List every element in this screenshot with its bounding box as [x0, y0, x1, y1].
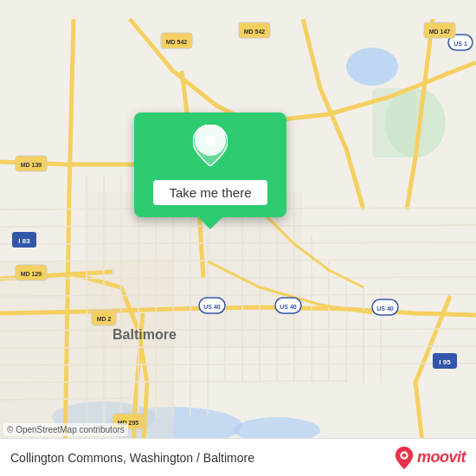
svg-text:I 95: I 95: [439, 358, 451, 366]
svg-text:I 83: I 83: [18, 237, 30, 245]
moovit-logo: moovit: [395, 447, 466, 469]
moovit-brand-icon: [395, 447, 414, 469]
svg-text:MD 2: MD 2: [97, 316, 112, 322]
location-pin-icon: [193, 125, 228, 170]
svg-point-40: [206, 137, 215, 145]
map-attribution: © OpenStreetMap contributors: [3, 423, 128, 436]
location-name: Collington Commons, Washington / Baltimo…: [10, 451, 254, 465]
info-bar: Collington Commons, Washington / Baltimo…: [0, 438, 476, 476]
moovit-brand-name: moovit: [417, 448, 466, 466]
svg-text:MD 147: MD 147: [429, 29, 451, 35]
svg-text:US 40: US 40: [376, 306, 394, 312]
svg-point-4: [346, 48, 398, 86]
svg-text:Baltimore: Baltimore: [113, 327, 177, 342]
svg-point-42: [402, 453, 407, 457]
svg-text:MD 139: MD 139: [21, 162, 42, 168]
take-me-there-button[interactable]: Take me there: [153, 180, 267, 205]
popup-card: Take me there: [134, 113, 286, 217]
svg-text:US 1: US 1: [453, 41, 467, 47]
svg-text:MD 129: MD 129: [21, 271, 42, 277]
svg-text:US 40: US 40: [203, 304, 221, 310]
svg-text:MD 542: MD 542: [244, 29, 266, 35]
svg-text:MD 542: MD 542: [166, 39, 188, 45]
map-container[interactable]: I 83 I 95 US 1 US 40 US 40 US 40 MD 45 M…: [0, 0, 476, 476]
svg-text:US 40: US 40: [280, 304, 297, 310]
